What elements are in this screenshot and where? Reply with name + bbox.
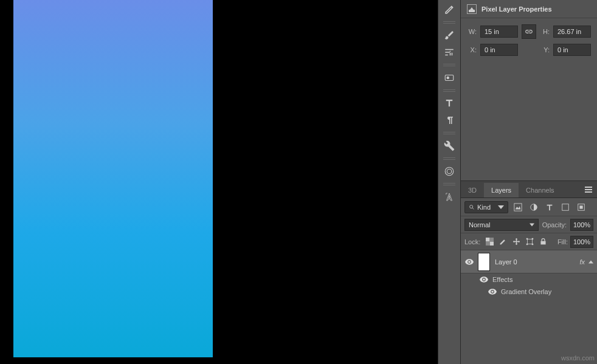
- separator: [440, 21, 458, 24]
- right-panel: Pixel Layer Properties W: 15 in H: 26.67…: [461, 0, 597, 364]
- svg-rect-27: [532, 244, 533, 245]
- effects-row[interactable]: Effects: [461, 273, 597, 286]
- visibility-toggle[interactable]: [486, 289, 499, 295]
- svg-rect-23: [527, 239, 532, 244]
- separator: [440, 89, 458, 92]
- width-label: W:: [467, 28, 477, 35]
- paragraph-icon[interactable]: [440, 112, 459, 129]
- blend-mode-dropdown[interactable]: Normal: [464, 219, 539, 231]
- lock-transparency-icon[interactable]: [484, 236, 495, 247]
- effects-label: Effects: [492, 276, 512, 283]
- vertical-tool-strip: [438, 0, 461, 364]
- svg-marker-30: [588, 260, 593, 263]
- visibility-toggle[interactable]: [478, 276, 490, 283]
- separator: [440, 131, 458, 135]
- lock-artboard-icon[interactable]: [524, 236, 535, 247]
- mask-icon[interactable]: [440, 69, 459, 86]
- svg-rect-22: [486, 242, 490, 246]
- blend-mode-row: Normal Opacity: 100%: [461, 216, 597, 233]
- properties-panel: Pixel Layer Properties W: 15 in H: 26.67…: [461, 0, 597, 181]
- opacity-label: Opacity:: [542, 221, 567, 228]
- layer-thumbnail[interactable]: [478, 253, 490, 271]
- opacity-input[interactable]: 100%: [570, 219, 593, 231]
- properties-title: Pixel Layer Properties: [481, 5, 552, 13]
- tab-3d[interactable]: 3D: [461, 183, 484, 197]
- lock-label: Lock:: [464, 238, 480, 246]
- visibility-toggle[interactable]: [461, 259, 478, 265]
- separator: [440, 157, 458, 160]
- filter-shape-icon[interactable]: [559, 201, 571, 213]
- cc-libraries-icon[interactable]: [440, 163, 459, 180]
- brush-icon[interactable]: [440, 27, 459, 44]
- svg-point-1: [447, 77, 450, 80]
- type-icon[interactable]: [440, 95, 459, 112]
- fx-badge[interactable]: fx: [579, 258, 585, 266]
- svg-rect-19: [486, 238, 490, 242]
- svg-marker-5: [470, 7, 474, 10]
- svg-point-3: [447, 169, 452, 174]
- svg-rect-7: [585, 189, 592, 190]
- svg-marker-12: [516, 206, 521, 209]
- height-label: H:: [540, 28, 550, 35]
- layer-name[interactable]: Layer 0: [495, 258, 579, 266]
- kind-filter-dropdown[interactable]: Kind: [464, 201, 508, 213]
- panel-tabs: 3D Layers Channels: [461, 181, 597, 198]
- fill-input[interactable]: 100%: [570, 236, 593, 248]
- svg-rect-11: [514, 203, 522, 210]
- svg-rect-28: [540, 241, 545, 245]
- svg-marker-17: [530, 223, 534, 226]
- properties-header: Pixel Layer Properties: [461, 0, 597, 18]
- x-input[interactable]: 0 in: [480, 44, 518, 56]
- tab-layers[interactable]: Layers: [484, 183, 519, 197]
- height-input[interactable]: 26.67 in: [553, 26, 591, 38]
- panel-menu-icon[interactable]: [580, 183, 597, 197]
- svg-rect-25: [532, 238, 533, 239]
- svg-rect-24: [526, 238, 528, 239]
- lock-row: Lock: Fill: 100%: [461, 233, 597, 250]
- document-canvas[interactable]: [13, 0, 213, 357]
- layer-filter-row: Kind: [461, 198, 597, 216]
- y-label: Y:: [540, 46, 550, 53]
- adjustment-icon[interactable]: [440, 44, 459, 61]
- y-input[interactable]: 0 in: [553, 44, 591, 56]
- layer-row[interactable]: Layer 0 fx: [461, 250, 597, 273]
- svg-rect-21: [489, 238, 494, 242]
- lock-position-icon[interactable]: [511, 236, 522, 247]
- gradient-overlay-label: Gradient Overlay: [501, 288, 551, 295]
- filter-adjustment-icon[interactable]: [528, 201, 540, 213]
- filter-type-icon[interactable]: [544, 201, 556, 213]
- svg-rect-6: [585, 187, 592, 188]
- svg-rect-26: [526, 244, 528, 245]
- watermark: wsxdn.com: [561, 354, 595, 362]
- filter-smartobject-icon[interactable]: [575, 201, 587, 213]
- lock-pixels-icon[interactable]: [497, 236, 508, 247]
- pixel-layer-icon: [467, 4, 477, 14]
- tools-icon[interactable]: [440, 137, 459, 154]
- expand-effects-icon[interactable]: [588, 258, 593, 266]
- tab-channels[interactable]: Channels: [519, 183, 561, 197]
- effect-item-row[interactable]: Gradient Overlay: [461, 286, 597, 298]
- x-label: X:: [467, 46, 477, 53]
- separator: [440, 63, 458, 67]
- svg-marker-10: [498, 205, 504, 209]
- width-input[interactable]: 15 in: [480, 26, 518, 38]
- fill-label: Fill:: [557, 238, 568, 246]
- svg-rect-14: [562, 204, 569, 210]
- separator: [440, 182, 458, 186]
- layers-panel: 3D Layers Channels Kind Normal: [461, 181, 597, 364]
- svg-point-2: [445, 167, 454, 176]
- lock-all-icon[interactable]: [537, 236, 548, 247]
- glyphs-icon[interactable]: [440, 188, 459, 205]
- svg-rect-8: [585, 191, 592, 193]
- svg-rect-20: [489, 242, 494, 246]
- svg-rect-4: [469, 10, 475, 12]
- canvas-area: [0, 0, 427, 364]
- layer-list: Layer 0 fx Effects Gradient Overlay: [461, 250, 597, 298]
- filter-pixel-icon[interactable]: [512, 201, 524, 213]
- link-dimensions-button[interactable]: [522, 24, 536, 39]
- svg-rect-16: [579, 205, 582, 208]
- ruler-icon[interactable]: [440, 1, 459, 18]
- svg-point-9: [470, 205, 473, 208]
